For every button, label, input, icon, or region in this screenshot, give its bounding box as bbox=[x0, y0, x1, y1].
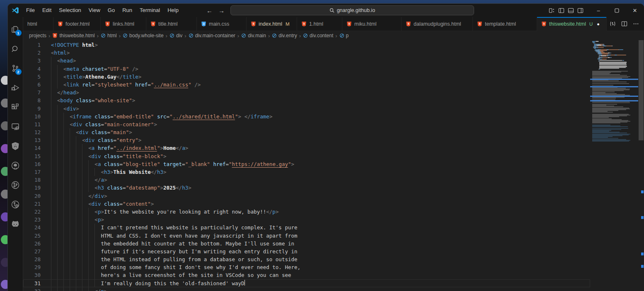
activitybar-item-run-and-debug[interactable] bbox=[8, 78, 23, 97]
toggle-primary-sidebar-icon[interactable] bbox=[558, 7, 564, 14]
svg-text:5: 5 bbox=[54, 34, 56, 37]
line-number: 3 bbox=[23, 57, 41, 65]
customize-layout-icon[interactable] bbox=[549, 7, 555, 14]
layout-controls bbox=[549, 7, 583, 14]
git-status-M: M bbox=[286, 22, 290, 26]
code-line-8: 8<body class="whole-site"> bbox=[23, 96, 590, 104]
tab-main.css[interactable]: 3main.css bbox=[197, 17, 247, 31]
breadcrumb-item-div.content[interactable]: div.content bbox=[303, 33, 333, 38]
tab-1.html[interactable]: 51.html bbox=[297, 17, 342, 31]
code-line-28: 28the HTML instead of pulling from a dat… bbox=[23, 255, 590, 263]
activitybar-item-git-graph[interactable] bbox=[8, 175, 23, 195]
menu-file[interactable]: File bbox=[22, 6, 39, 15]
breadcrumb-label: div.main bbox=[248, 33, 266, 38]
code-editor[interactable]: 1<!DOCTYPE html>2<html>3<head>4<meta cha… bbox=[23, 40, 644, 291]
menu-go[interactable]: Go bbox=[104, 6, 119, 15]
forward-icon[interactable]: → bbox=[218, 7, 225, 14]
line-number: 2 bbox=[23, 49, 41, 57]
line-number: 22 bbox=[23, 208, 41, 216]
tab-footer.html[interactable]: 5footer.html bbox=[53, 17, 101, 31]
html-file-icon: 5 bbox=[406, 21, 411, 27]
menu-help[interactable]: Help bbox=[164, 6, 182, 15]
scrollbar-thumb[interactable] bbox=[639, 40, 644, 140]
code-content[interactable]: 1<!DOCTYPE html>2<html>3<head>4<meta cha… bbox=[23, 40, 590, 291]
breadcrumb-label: div.content bbox=[310, 33, 333, 38]
code-line-12: 12<div class="main"> bbox=[23, 128, 590, 136]
menu-edit[interactable]: Edit bbox=[39, 6, 55, 15]
tab-title.html[interactable]: 5title.html bbox=[146, 17, 197, 31]
menu-terminal[interactable]: Terminal bbox=[136, 6, 164, 15]
editor-actions bbox=[608, 17, 644, 31]
minimap-line bbox=[592, 123, 620, 123]
toggle-panel-icon[interactable] bbox=[568, 7, 574, 14]
code-line-17: 17<h3>This Website</h3> bbox=[23, 168, 590, 176]
breadcrumb-item-body.whole-site[interactable]: body.whole-site bbox=[123, 33, 164, 38]
tab-label: footer.html bbox=[65, 21, 90, 27]
code-line-20: 20</div> bbox=[23, 192, 590, 200]
tab-thiswebsite.html[interactable]: 5thiswebsite.htmlU● bbox=[537, 17, 607, 31]
breadcrumb-item-div.main[interactable]: div.main bbox=[241, 33, 266, 38]
tab-label: miku.html bbox=[354, 21, 376, 27]
activitybar-item-gitlens[interactable] bbox=[8, 195, 23, 214]
minimap-highlight-bar bbox=[590, 86, 638, 87]
minimap[interactable] bbox=[590, 40, 638, 291]
activitybar-item-explorer[interactable]: 1 bbox=[8, 19, 23, 39]
tab-label: thiswebsite.html bbox=[549, 21, 586, 27]
tab-label: main.css bbox=[209, 21, 229, 27]
symbol-icon bbox=[169, 33, 174, 38]
breadcrumb-item-html[interactable]: html bbox=[101, 33, 117, 38]
tab-index.html[interactable]: 5index.htmlM bbox=[247, 17, 297, 31]
tab-links.html[interactable]: 5links.html bbox=[101, 17, 146, 31]
close-button[interactable]: ✕ bbox=[626, 4, 644, 17]
breadcrumb-item-div[interactable]: div bbox=[169, 33, 182, 38]
tab-template.html[interactable]: 5template.html bbox=[473, 17, 537, 31]
minimap-line bbox=[592, 69, 600, 70]
vertical-scrollbar[interactable] bbox=[638, 40, 644, 291]
activitybar-item-source-control[interactable]: 2 bbox=[8, 58, 23, 78]
tab-dalamudplugins.html[interactable]: 5dalamudplugins.html bbox=[402, 17, 473, 31]
code-line-23: 23<p> bbox=[23, 216, 590, 224]
activitybar-item-github[interactable] bbox=[8, 156, 23, 175]
open-changes-icon[interactable] bbox=[608, 19, 617, 29]
activitybar-item-search[interactable] bbox=[8, 39, 23, 58]
command-center-search[interactable]: gnargle.github.io bbox=[230, 5, 474, 15]
chevron-right-icon: › bbox=[184, 33, 186, 39]
activitybar-item-godot-tools[interactable] bbox=[8, 214, 23, 233]
menu-selection[interactable]: Selection bbox=[55, 6, 85, 15]
minimize-button[interactable]: – bbox=[589, 4, 608, 17]
title-bar: FileEditSelectionViewGoRunTerminalHelp ←… bbox=[8, 4, 644, 17]
unsaved-dot-icon[interactable]: ● bbox=[597, 22, 600, 26]
activitybar-item-angular-extension[interactable] bbox=[8, 136, 23, 156]
code-line-22: 22<p>It's the website you're looking at … bbox=[23, 208, 590, 216]
split-editor-icon[interactable] bbox=[619, 19, 629, 29]
activitybar-item-extensions[interactable] bbox=[8, 97, 23, 117]
more-actions-icon[interactable] bbox=[631, 19, 641, 29]
chevron-right-icon: › bbox=[299, 33, 301, 39]
breadcrumb-item-projects[interactable]: projects bbox=[29, 33, 46, 38]
breadcrumb-item-div.entry[interactable]: div.entry bbox=[272, 33, 297, 38]
maximize-button[interactable] bbox=[608, 4, 626, 17]
code-line-9: 9<div> bbox=[23, 105, 590, 113]
back-icon[interactable]: ← bbox=[206, 7, 213, 14]
breadcrumb-item-div.main-container[interactable]: div.main-container bbox=[189, 33, 235, 38]
overview-ruler-marker bbox=[641, 253, 644, 255]
toggle-secondary-sidebar-icon[interactable] bbox=[577, 7, 583, 14]
menu-run[interactable]: Run bbox=[119, 6, 136, 15]
breadcrumb-item-thiswebsite.html[interactable]: 5thiswebsite.html bbox=[52, 33, 94, 38]
line-number: 20 bbox=[23, 192, 41, 200]
code-line-6: 6<link rel="stylesheet" href="../main.cs… bbox=[23, 81, 590, 89]
activitybar-item-remote-explorer[interactable] bbox=[8, 117, 23, 136]
history-nav: ← → bbox=[206, 7, 225, 14]
symbol-icon bbox=[303, 33, 308, 38]
breadcrumb-item-p[interactable]: p bbox=[339, 33, 349, 38]
line-number: 23 bbox=[23, 216, 41, 224]
code-line-10: 10<iframe class="embed-title" src="../sh… bbox=[23, 113, 590, 120]
line-number: 27 bbox=[23, 248, 41, 255]
line-number: 21 bbox=[23, 200, 41, 208]
tab-html[interactable]: html bbox=[23, 17, 53, 31]
chevron-right-icon: › bbox=[335, 33, 337, 39]
tab-miku.html[interactable]: 5miku.html bbox=[342, 17, 402, 31]
menu-view[interactable]: View bbox=[85, 6, 104, 15]
minimap-line bbox=[592, 82, 627, 82]
overview-ruler-marker bbox=[641, 190, 644, 193]
